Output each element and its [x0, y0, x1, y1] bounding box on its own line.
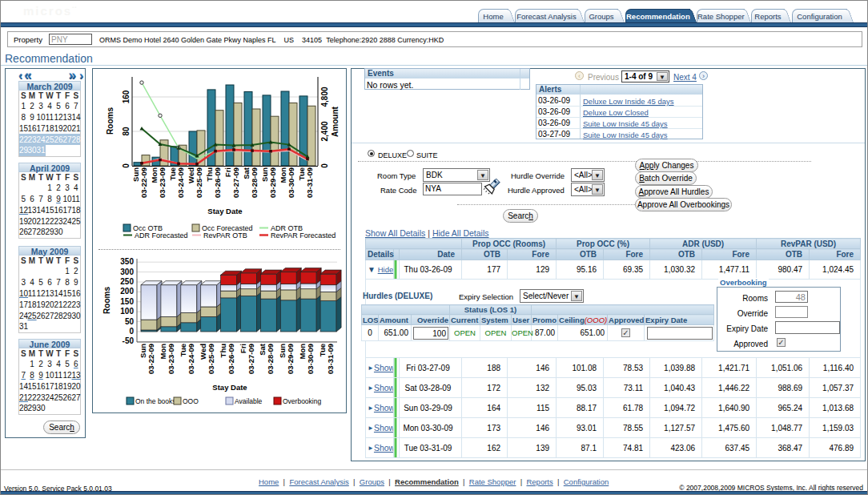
svg-text:300: 300 — [120, 268, 134, 276]
svg-text:Tue03-24-09: Tue03-24-09 — [179, 344, 195, 374]
svg-text:150: 150 — [120, 297, 134, 306]
svg-text:4,800: 4,800 — [320, 87, 329, 107]
svg-text:250: 250 — [120, 277, 134, 286]
svg-text:Overbooking: Overbooking — [283, 397, 321, 405]
svg-text:Wed03-25-09: Wed03-25-09 — [199, 344, 215, 374]
svg-text:Sun03-22-09: Sun03-22-09 — [131, 167, 148, 198]
svg-text:Tue03-24-09: Tue03-24-09 — [168, 167, 185, 198]
svg-text:Thu03-26-09: Thu03-26-09 — [205, 167, 222, 198]
svg-text:0: 0 — [129, 327, 134, 336]
svg-text:Sat03-28-09: Sat03-28-09 — [258, 343, 275, 374]
svg-text:Wed03-25-09: Wed03-25-09 — [187, 167, 203, 198]
svg-text:2,400: 2,400 — [320, 121, 329, 141]
svg-text:Fri03-27-09: Fri03-27-09 — [239, 344, 255, 374]
svg-text:Sun03-29-09: Sun03-29-09 — [278, 344, 295, 374]
svg-text:0: 0 — [320, 163, 329, 168]
svg-text:Thu03-26-09: Thu03-26-09 — [219, 344, 235, 374]
svg-text:Available: Available — [235, 397, 263, 405]
svg-text:Rooms: Rooms — [102, 287, 111, 314]
svg-text:Sun03-22-09: Sun03-22-09 — [139, 344, 155, 374]
svg-text:160: 160 — [122, 90, 131, 103]
svg-text:0: 0 — [122, 163, 131, 168]
svg-text:Sat03-28-09: Sat03-28-09 — [242, 167, 259, 198]
svg-text:Mon03-23-09: Mon03-23-09 — [150, 167, 167, 198]
svg-text:Stay Date: Stay Date — [207, 207, 242, 215]
svg-text:ADR Forecasted: ADR Forecasted — [135, 231, 188, 239]
svg-text:Amount: Amount — [331, 106, 340, 136]
svg-text:200: 200 — [120, 287, 134, 296]
svg-text:350: 350 — [120, 257, 134, 266]
svg-text:100: 100 — [120, 307, 134, 316]
svg-text:RevPAR Forecasted: RevPAR Forecasted — [271, 231, 336, 239]
svg-text:Fri03-27-09: Fri03-27-09 — [223, 167, 240, 198]
svg-text:Tue03-31-09: Tue03-31-09 — [297, 167, 314, 198]
svg-text:OOO: OOO — [183, 397, 199, 405]
svg-text:On the books: On the books — [135, 397, 176, 405]
svg-text:Mon03-23-09: Mon03-23-09 — [159, 344, 175, 374]
svg-text:RevPAR OTB: RevPAR OTB — [203, 231, 247, 239]
svg-text:50: 50 — [125, 317, 135, 326]
svg-text:Mon03-30-09: Mon03-30-09 — [298, 344, 315, 374]
svg-text:Stay Date: Stay Date — [212, 383, 247, 392]
svg-text:Mon03-30-09: Mon03-30-09 — [279, 167, 295, 198]
svg-text:Sun03-29-09: Sun03-29-09 — [260, 167, 277, 198]
svg-text:Rooms: Rooms — [106, 107, 115, 135]
svg-text:80: 80 — [122, 127, 131, 136]
svg-text:Tue03-31-09: Tue03-31-09 — [318, 344, 335, 374]
svg-text:-50: -50 — [123, 336, 135, 345]
